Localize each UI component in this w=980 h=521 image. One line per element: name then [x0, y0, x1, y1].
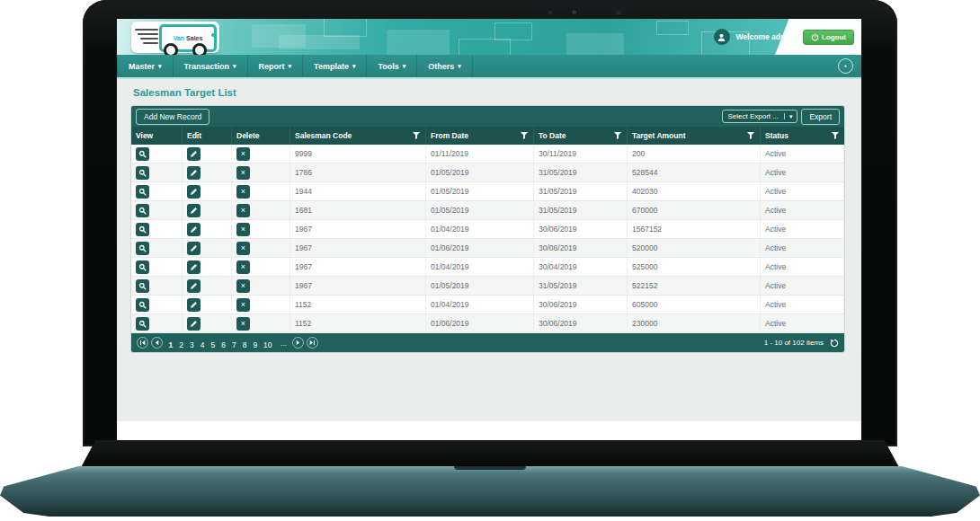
pencil-icon	[190, 244, 198, 252]
view-button[interactable]	[136, 204, 149, 217]
view-button[interactable]	[136, 223, 149, 236]
page-number-3[interactable]: 3	[190, 340, 194, 349]
filter-icon[interactable]	[521, 132, 528, 139]
header-status[interactable]: Status	[761, 127, 844, 145]
delete-button[interactable]: ×	[236, 260, 250, 274]
target-amount-value: 670000	[628, 201, 761, 219]
edit-button[interactable]	[187, 204, 200, 217]
view-button[interactable]	[136, 242, 149, 255]
status-value: Active	[761, 239, 844, 257]
user-avatar	[714, 29, 730, 45]
nav-item-template[interactable]: Template▾	[303, 55, 367, 77]
header-salesman-code[interactable]: Salesman Code	[290, 127, 426, 145]
nav-item-transaction[interactable]: Transaction▾	[174, 55, 248, 77]
table-row: × 1152 01/06/2019 30/06/2019 230000 Acti…	[131, 314, 844, 333]
header-from-date[interactable]: From Date	[426, 127, 534, 145]
nav-item-others[interactable]: Others▾	[417, 55, 473, 77]
edit-button[interactable]	[187, 223, 200, 236]
prev-page-button[interactable]	[151, 337, 163, 349]
table-header-row: View Edit Delete Salesman Code From Date…	[131, 127, 844, 145]
page-number-1[interactable]: 1	[169, 340, 174, 349]
delete-button[interactable]: ×	[236, 147, 250, 161]
view-button[interactable]	[136, 260, 149, 274]
edit-button[interactable]	[187, 298, 200, 312]
filter-icon[interactable]	[747, 132, 754, 139]
van-sales-logo[interactable]: Van Sales	[131, 22, 219, 53]
status-value: Active	[761, 314, 844, 332]
filter-icon[interactable]	[413, 132, 420, 139]
salesman-code-value: 9999	[290, 145, 426, 163]
nav-item-master[interactable]: Master▾	[117, 55, 174, 77]
grid-toolbar: Add New Record Select Export ... ▾ Expor…	[131, 106, 844, 127]
edit-button[interactable]	[187, 185, 200, 199]
home-button[interactable]	[838, 58, 853, 74]
page-number-6[interactable]: 6	[221, 340, 226, 349]
view-button[interactable]	[136, 147, 149, 161]
close-icon: ×	[241, 225, 245, 234]
page-number-10[interactable]: 10	[263, 340, 272, 349]
delete-button[interactable]: ×	[236, 279, 250, 293]
delete-button[interactable]: ×	[236, 223, 250, 236]
logout-label: Logout	[822, 33, 846, 41]
logo-speed-line	[143, 42, 158, 44]
salesman-code-value: 1152	[290, 314, 426, 332]
view-button[interactable]	[136, 166, 149, 180]
edit-button[interactable]	[187, 260, 200, 274]
delete-button[interactable]: ×	[236, 242, 250, 255]
delete-cell: ×	[232, 314, 290, 332]
to-date-value: 30/06/2019	[534, 314, 628, 332]
edit-cell	[183, 220, 232, 238]
close-icon: ×	[241, 282, 245, 290]
page-number-5[interactable]: 5	[210, 340, 215, 349]
nav-label: Report	[259, 62, 285, 71]
refresh-button[interactable]	[830, 339, 839, 348]
logout-button[interactable]: Logout	[803, 30, 854, 45]
view-button[interactable]	[136, 185, 149, 199]
delete-button[interactable]: ×	[236, 204, 250, 217]
target-amount-value: 522152	[628, 277, 761, 295]
filter-icon[interactable]	[832, 132, 839, 139]
edit-button[interactable]	[187, 166, 200, 180]
table-row: × 1152 01/04/2019 30/06/2019 605000 Acti…	[131, 296, 844, 314]
first-page-button[interactable]	[137, 337, 148, 349]
page-number-8[interactable]: 8	[243, 340, 247, 349]
view-button[interactable]	[136, 317, 149, 331]
chevron-down-icon: ▾	[784, 113, 793, 119]
delete-button[interactable]: ×	[236, 166, 250, 180]
page-number-4[interactable]: 4	[200, 340, 205, 349]
pencil-icon	[190, 225, 198, 234]
next-page-button[interactable]	[292, 337, 304, 349]
magnifier-icon	[138, 150, 147, 158]
page-number-9[interactable]: 9	[253, 340, 257, 349]
pencil-icon	[190, 263, 198, 271]
to-date-value: 30/06/2019	[534, 239, 628, 257]
header-to-date[interactable]: To Date	[534, 127, 628, 145]
edit-button[interactable]	[187, 279, 200, 293]
header-target-amount[interactable]: Target Amount	[628, 127, 761, 145]
view-cell	[131, 145, 183, 163]
view-button[interactable]	[136, 298, 149, 312]
select-export-dropdown[interactable]: Select Export ... ▾	[722, 110, 797, 123]
add-new-record-button[interactable]: Add New Record	[136, 109, 209, 125]
from-date-value: 01/06/2019	[426, 239, 534, 257]
edit-button[interactable]	[187, 242, 200, 255]
delete-button[interactable]: ×	[236, 317, 250, 331]
delete-button[interactable]: ×	[236, 298, 250, 312]
nav-item-tools[interactable]: Tools▾	[367, 55, 417, 77]
page-number-2[interactable]: 2	[179, 340, 183, 349]
filter-icon[interactable]	[614, 132, 621, 139]
table-row: × 1967 01/04/2019 30/06/2019 1567152 Act…	[131, 220, 844, 239]
status-value: Active	[761, 296, 844, 313]
export-button[interactable]: Export	[801, 109, 840, 125]
delete-button[interactable]: ×	[236, 185, 250, 199]
page-number-7[interactable]: 7	[232, 340, 236, 349]
to-date-value: 31/05/2019	[534, 182, 628, 200]
magnifier-icon	[138, 244, 147, 252]
view-button[interactable]	[136, 279, 149, 293]
edit-button[interactable]	[187, 147, 200, 161]
first-page-icon	[139, 340, 146, 346]
nav-item-report[interactable]: Report▾	[248, 55, 304, 77]
status-value: Active	[761, 201, 844, 219]
edit-button[interactable]	[187, 317, 200, 331]
last-page-button[interactable]	[307, 337, 318, 349]
